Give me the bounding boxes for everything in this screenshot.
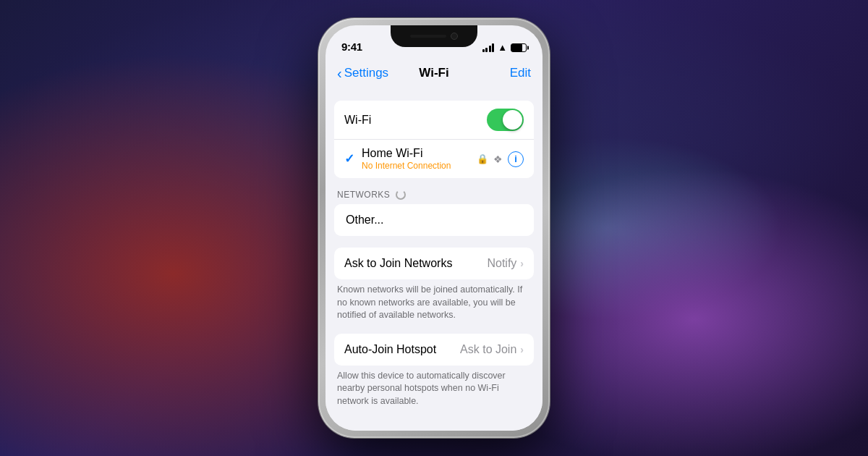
network-info: Home Wi-Fi No Internet Connection (362, 147, 477, 171)
ask-join-label: Ask to Join Networks (344, 257, 487, 270)
camera (451, 33, 458, 40)
wifi-toggle-switch[interactable] (487, 109, 524, 131)
wifi-toggle-section: Wi-Fi ✓ Home Wi-Fi No Internet Connectio… (326, 101, 542, 178)
ask-join-description: Known networks will be joined automatica… (326, 279, 542, 322)
phone: 9:41 ▲ ‹ Set (318, 18, 550, 438)
ask-join-section: Ask to Join Networks Notify › Known netw… (326, 248, 542, 322)
edit-button[interactable]: Edit (510, 66, 531, 80)
notch (391, 25, 477, 47)
status-time: 9:41 (341, 41, 362, 53)
info-button[interactable]: i (508, 151, 524, 167)
lock-icon: 🔒 (477, 153, 488, 164)
signal-bars-icon (482, 43, 495, 52)
other-network-row[interactable]: Other... (334, 204, 534, 236)
wifi-toggle-row: Wi-Fi (334, 101, 534, 139)
battery-fill (511, 44, 522, 51)
ask-join-card-group: Ask to Join Networks Notify › (334, 248, 534, 279)
wifi-status-icon: ▲ (498, 42, 507, 53)
back-button[interactable]: ‹ Settings (337, 66, 388, 80)
nav-bar: ‹ Settings Wi-Fi Edit (326, 57, 542, 89)
ask-join-chevron-icon: › (520, 258, 524, 269)
network-actions: 🔒 ❖ i (477, 151, 524, 167)
auto-join-section: Auto-Join Hotspot Ask to Join › Allow th… (326, 334, 542, 408)
signal-bar-4 (492, 43, 494, 52)
networks-card-group: Other... (334, 204, 534, 236)
speaker (410, 35, 446, 38)
scene: 9:41 ▲ ‹ Set (0, 0, 868, 456)
auto-join-value: Ask to Join (460, 343, 516, 356)
networks-header-label: NETWORKS (337, 190, 390, 200)
network-status: No Internet Connection (362, 161, 477, 171)
ask-join-value: Notify (487, 257, 516, 270)
auto-join-card-group: Auto-Join Hotspot Ask to Join › (334, 334, 534, 366)
signal-bar-3 (489, 46, 491, 52)
ask-join-row[interactable]: Ask to Join Networks Notify › (334, 248, 534, 279)
battery-icon (511, 43, 527, 52)
auto-join-label: Auto-Join Hotspot (344, 343, 460, 356)
auto-join-description: Allow this device to automatically disco… (326, 366, 542, 408)
wifi-card-group: Wi-Fi ✓ Home Wi-Fi No Internet Connectio… (334, 101, 534, 178)
back-chevron-icon: ‹ (337, 66, 342, 80)
back-label: Settings (344, 66, 388, 80)
toggle-thumb (503, 110, 522, 130)
loading-spinner (396, 190, 406, 200)
auto-join-chevron-icon: › (520, 344, 524, 355)
other-network-label: Other... (346, 214, 522, 227)
status-icons: ▲ (482, 42, 527, 53)
wifi-toggle-label: Wi-Fi (344, 114, 487, 127)
connected-network-row[interactable]: ✓ Home Wi-Fi No Internet Connection 🔒 ❖ … (334, 139, 534, 178)
scroll-content[interactable]: Wi-Fi ✓ Home Wi-Fi No Internet Connectio… (326, 89, 542, 431)
page-title: Wi-Fi (419, 66, 448, 80)
network-name: Home Wi-Fi (362, 147, 477, 160)
networks-section: NETWORKS Other... (326, 190, 542, 236)
networks-header: NETWORKS (326, 190, 542, 204)
signal-bar-2 (485, 48, 488, 52)
signal-bar-1 (482, 49, 485, 52)
checkmark-icon: ✓ (344, 151, 354, 166)
airplay-icon: ❖ (493, 153, 503, 165)
phone-screen: 9:41 ▲ ‹ Set (326, 25, 542, 431)
auto-join-row[interactable]: Auto-Join Hotspot Ask to Join › (334, 334, 534, 366)
